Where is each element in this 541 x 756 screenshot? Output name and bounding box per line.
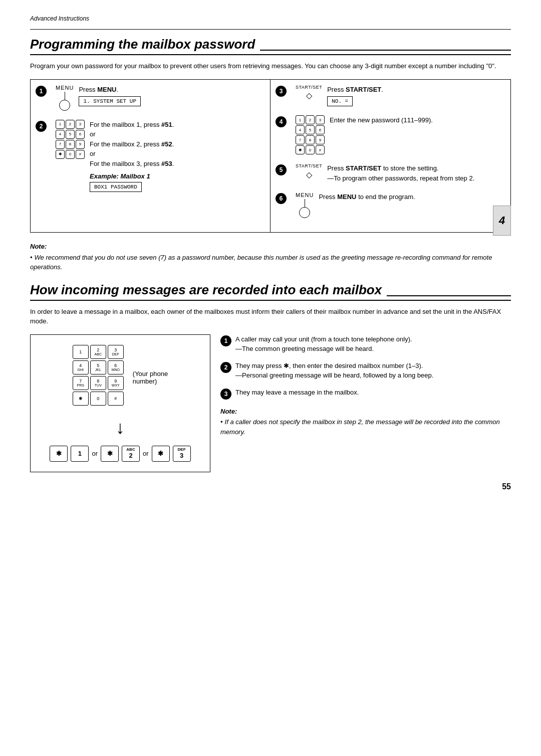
section1-intro: Program your own password for your mailb…: [30, 61, 511, 71]
step-4-text-block: Enter the new password (111–999).: [330, 115, 505, 125]
s2-step-3-num: 3: [220, 389, 231, 400]
section2-step-2: 2 They may press ✱, then enter the desir…: [220, 361, 511, 381]
s2-step-1-num: 1: [220, 335, 231, 346]
startset-device-5: START/SET ◇: [296, 163, 322, 179]
step-1-instruction: Press MENU.: [79, 85, 265, 95]
pk-2: 2ABC: [90, 345, 106, 359]
step-1-text-block: Press MENU. 1. SYSTEM SET UP: [79, 85, 265, 107]
s2-step-3-text: They may leave a message in the mailbox.: [235, 388, 359, 398]
dial-or-1: or: [92, 450, 98, 457]
step-1-content: MENU Press MENU. 1. SYSTEM SET UP: [52, 85, 265, 111]
menu-label-6: MENU: [296, 192, 314, 198]
menu-circle-6: [299, 207, 310, 218]
step-4-device-row: 1 2 3 4 5 6 7 8 9 ✱ 0 #: [292, 115, 505, 154]
step-1-device-row: MENU Press MENU. 1. SYSTEM SET UP: [52, 85, 265, 111]
pk-1: 1: [73, 345, 89, 359]
pk-5: 5JKL: [90, 360, 106, 374]
key-9: 9: [76, 140, 85, 149]
step-6-content: MENU Press MENU to end the program.: [292, 192, 505, 218]
step-5-row: 5 START/SET ◇ Press START/SET to store t…: [276, 163, 505, 183]
keypad-2: 1 2 3 4 5 6 7 8 9 ✱ 0 #: [56, 120, 85, 159]
key4-star: ✱: [296, 145, 305, 154]
phone-keypad-row: 1 2ABC 3DEF 4GHI 5JKL 6MNO 7PRS 8TUV 9WX…: [73, 345, 168, 411]
startset-diamond-3: ◇: [304, 91, 314, 101]
section2-step-1: 1 A caller may call your unit (from a to…: [220, 334, 511, 354]
key-8: 8: [66, 140, 75, 149]
key4-6: 6: [316, 125, 325, 134]
dial-or-2: or: [143, 450, 149, 457]
step-1-lcd: 1. SYSTEM SET UP: [79, 96, 141, 106]
dial-key-star3: ✱: [152, 446, 170, 462]
step-5-content: START/SET ◇ Press START/SET to store the…: [292, 163, 505, 183]
dial-key-star: ✱: [50, 446, 68, 462]
step-3-text-block: Press START/SET. NO. =: [327, 85, 505, 107]
dial-row: ✱ 1 or ✱ ABC2 or ✱ DEF3: [50, 446, 190, 462]
key4-4: 4: [296, 125, 305, 134]
key-star: ✱: [56, 150, 65, 159]
key4-1: 1: [296, 115, 305, 124]
note-2-title: Note:: [220, 407, 511, 417]
startset-device-3: START/SET ◇: [296, 85, 322, 101]
s2-step-1-text: A caller may call your unit (from a touc…: [235, 334, 412, 354]
key4-8: 8: [306, 135, 315, 144]
startset-diamond-5: ◇: [304, 169, 314, 179]
phone-label-right: (Your phonenumber): [133, 370, 168, 385]
key-2: 2: [66, 120, 75, 129]
step-2-num: 2: [36, 121, 47, 132]
note-1-title: Note:: [30, 242, 511, 252]
phone-keypad-large: 1 2ABC 3DEF 4GHI 5JKL 6MNO 7PRS 8TUV 9WX…: [73, 345, 124, 406]
section2-title: How incoming messages are recorded into …: [30, 282, 511, 301]
pk-0: 0: [90, 392, 106, 406]
s2-step-2-num: 2: [220, 362, 231, 373]
menu-label-1: MENU: [56, 85, 74, 91]
section1-title: Programming the mailbox password: [30, 37, 511, 55]
key-5: 5: [66, 130, 75, 139]
step-3-content: START/SET ◇ Press START/SET. NO. =: [292, 85, 505, 107]
key4-2: 2: [306, 115, 315, 124]
pk-6: 6MNO: [108, 360, 124, 374]
step-3-row: 3 START/SET ◇ Press START/SET. NO. =: [276, 85, 505, 107]
step-2-instruction: For the mailbox 1, press #51.or For the …: [90, 120, 265, 169]
pk-star: ✱: [73, 392, 89, 406]
step-3-device-row: START/SET ◇ Press START/SET. NO. =: [292, 85, 505, 107]
tab-marker: 4: [493, 206, 511, 236]
note-1-text: We recommend that you do not use seven (…: [30, 253, 511, 272]
key-4: 4: [56, 130, 65, 139]
pk-4: 4GHI: [73, 360, 89, 374]
step-2-text-block: For the mailbox 1, press #51.or For the …: [90, 120, 265, 193]
step-5-num: 5: [276, 164, 287, 175]
step-4-content: 1 2 3 4 5 6 7 8 9 ✱ 0 #: [292, 115, 505, 154]
header-divider: [30, 29, 511, 30]
dial-key-star2: ✱: [101, 446, 119, 462]
key-0: 0: [66, 150, 75, 159]
step-6-text-block: Press MENU to end the program.: [319, 192, 505, 202]
step-4-row: 4 1 2 3 4 5 6 7 8 9 ✱: [276, 115, 505, 154]
step-5-instruction: Press START/SET to store the setting.—To…: [327, 163, 505, 183]
step-3-instruction: Press START/SET.: [327, 85, 505, 95]
step-2-device-row: 1 2 3 4 5 6 7 8 9 ✱ 0 #: [52, 120, 265, 193]
step-2-row: 2 1 2 3 4 5 6 7 8 9 ✱: [36, 120, 265, 193]
diagram-left: 1 MENU Press MENU. 1. SYSTEM SET UP: [31, 80, 270, 233]
note-2-text: If a caller does not specify the mailbox…: [220, 417, 511, 437]
menu-line-1: [65, 92, 65, 100]
section2-intro: In order to leave a message in a mailbox…: [30, 307, 511, 326]
step-6-num: 6: [276, 193, 287, 204]
step-2-content: 1 2 3 4 5 6 7 8 9 ✱ 0 #: [52, 120, 265, 193]
step-1-num: 1: [36, 86, 47, 97]
section2-diagram: 1 2ABC 3DEF 4GHI 5JKL 6MNO 7PRS 8TUV 9WX…: [30, 334, 511, 472]
key4-5: 5: [306, 125, 315, 134]
pk-hash: #: [108, 392, 124, 406]
step-6-instruction: Press MENU to end the program.: [319, 192, 505, 202]
keypad-4: 1 2 3 4 5 6 7 8 9 ✱ 0 #: [296, 115, 325, 154]
key-3: 3: [76, 120, 85, 129]
step-5-device-row: START/SET ◇ Press START/SET to store the…: [292, 163, 505, 183]
step-4-instruction: Enter the new password (111–999).: [330, 115, 505, 125]
key-1: 1: [56, 120, 65, 129]
menu-line-6: [305, 199, 305, 207]
key-7: 7: [56, 140, 65, 149]
menu-device-1: MENU: [56, 85, 74, 111]
note-2-bullet: If a caller does not specify the mailbox…: [220, 418, 500, 436]
pk-9: 9WXY: [108, 376, 124, 390]
key4-0: 0: [306, 145, 315, 154]
step-6-device-row: MENU Press MENU to end the program.: [292, 192, 505, 218]
